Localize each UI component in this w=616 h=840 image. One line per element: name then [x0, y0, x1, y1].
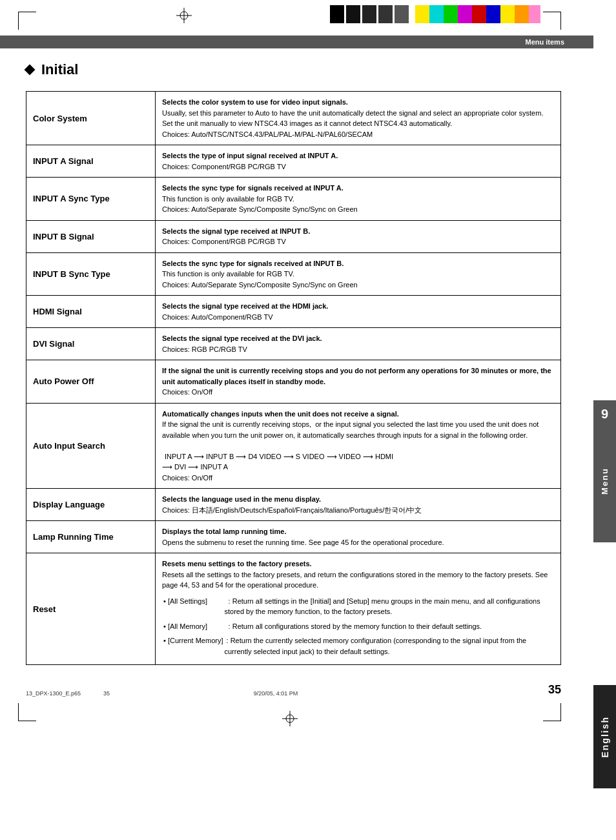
table-row: INPUT B Signal Selects the signal type r… — [26, 220, 561, 252]
color-bar-orange — [515, 5, 529, 23]
input-a-sync-desc: Selects the sync type for signals receiv… — [156, 178, 561, 221]
black-bar-1 — [330, 5, 344, 23]
footer-page-num-left: 35 — [103, 690, 110, 697]
color-bar-yellow2 — [500, 5, 515, 23]
black-bars — [330, 5, 409, 23]
chapter-number: 9 — [593, 407, 616, 422]
section-title: Initial — [41, 61, 78, 78]
color-bar-cyan — [429, 5, 444, 23]
bottom-crosshair-icon — [282, 711, 298, 726]
color-bar-green — [444, 5, 458, 23]
list-item: • [All Settings] : Return all settings i… — [163, 595, 553, 619]
input-b-signal-desc: Selects the signal type received at INPU… — [156, 220, 561, 252]
reset-bullets-table: • [All Settings] : Return all settings i… — [162, 593, 554, 660]
diamond-icon — [25, 65, 36, 76]
current-memory-desc: : Return the currently selected memory c… — [224, 634, 553, 658]
hdmi-signal-label: HDMI Signal — [26, 296, 156, 328]
table-row: Lamp Running Time Displays the total lam… — [26, 521, 561, 553]
dvi-signal-label: DVI Signal — [26, 328, 156, 360]
color-bar-magenta — [458, 5, 472, 23]
top-section — [0, 0, 593, 36]
page-number: 35 — [548, 683, 561, 697]
table-row: Auto Power Off If the signal the unit is… — [26, 360, 561, 404]
table-row: INPUT A Sync Type Selects the sync type … — [26, 178, 561, 221]
list-item: • [Current Memory] : Return the currentl… — [163, 634, 553, 658]
black-bar-4 — [378, 5, 393, 23]
table-row: Display Language Selects the language us… — [26, 489, 561, 521]
input-a-signal-label: INPUT A Signal — [26, 145, 156, 178]
bottom-center-crosshair — [282, 711, 298, 728]
display-language-label: Display Language — [26, 489, 156, 521]
chapter-tab: 9 Menu — [593, 400, 616, 542]
auto-input-search-label: Auto Input Search — [26, 403, 156, 489]
footer-date: 9/20/05, 4:01 PM — [254, 690, 298, 697]
menu-items-header: Menu items — [0, 36, 593, 48]
input-b-signal-label: INPUT B Signal — [26, 220, 156, 252]
menu-items-label: Menu items — [525, 38, 564, 46]
table-row: Reset Resets menu settings to the factor… — [26, 553, 561, 665]
all-memory-label: • [All Memory] — [163, 620, 223, 633]
lamp-running-time-label: Lamp Running Time — [26, 521, 156, 553]
top-right-registration-mark — [542, 5, 568, 31]
color-bar-yellow — [415, 5, 429, 23]
main-content: Initial Color System Selects the color s… — [0, 48, 593, 678]
color-bar-red — [472, 5, 486, 23]
input-a-signal-desc: Selects the type of input signal receive… — [156, 145, 561, 178]
lamp-running-time-desc: Displays the total lamp running time. Op… — [156, 521, 561, 553]
all-settings-desc: : Return all settings in the [Initial] a… — [224, 595, 553, 619]
top-center-marks — [176, 5, 192, 23]
reset-label: Reset — [26, 553, 156, 665]
hdmi-signal-desc: Selects the signal type received at the … — [156, 296, 561, 328]
auto-power-off-desc: If the signal the unit is currently rece… — [156, 360, 561, 404]
color-bar-blue — [486, 5, 500, 23]
input-b-sync-label: INPUT B Sync Type — [26, 252, 156, 296]
language-label: English — [600, 716, 610, 758]
list-item: • [All Memory] : Return all configuratio… — [163, 620, 553, 633]
bottom-section — [0, 702, 593, 733]
display-language-desc: Selects the language used in the menu di… — [156, 489, 561, 521]
dvi-signal-desc: Selects the signal type received at the … — [156, 328, 561, 360]
chapter-label: Menu — [600, 467, 610, 495]
language-tab: English — [593, 685, 616, 788]
current-memory-label: • [Current Memory] — [163, 634, 223, 658]
table-row: HDMI Signal Selects the signal type rece… — [26, 296, 561, 328]
table-row: INPUT B Sync Type Selects the sync type … — [26, 252, 561, 296]
black-bar-3 — [362, 5, 376, 23]
table-row: DVI Signal Selects the signal type recei… — [26, 328, 561, 360]
input-a-sync-label: INPUT A Sync Type — [26, 178, 156, 221]
menu-table: Color System Selects the color system to… — [26, 91, 561, 665]
bottom-right-registration-mark — [542, 702, 568, 728]
black-bar-5 — [395, 5, 409, 23]
color-bar-pink — [529, 5, 540, 23]
footer-left: 13_DPX-1300_E.p65 35 9/20/05, 4:01 PM — [26, 690, 298, 697]
auto-input-search-desc: Automatically changes inputs when the un… — [156, 403, 561, 489]
bottom-left-registration-mark — [12, 702, 37, 728]
top-left-registration-mark — [12, 5, 37, 31]
top-right-section — [330, 5, 568, 31]
reset-desc: Resets menu settings to the factory pres… — [156, 553, 561, 665]
input-b-sync-desc: Selects the sync type for signals receiv… — [156, 252, 561, 296]
color-bars — [415, 5, 540, 23]
section-heading: Initial — [26, 61, 561, 78]
arrow-sequence: INPUT A ⟶ INPUT B ⟶ D4 VIDEO ⟶ S VIDEO ⟶… — [162, 453, 393, 471]
auto-power-off-label: Auto Power Off — [26, 360, 156, 404]
table-row: Auto Input Search Automatically changes … — [26, 403, 561, 489]
black-bar-2 — [346, 5, 360, 23]
top-crosshair-icon — [176, 8, 192, 23]
table-row: INPUT A Signal Selects the type of input… — [26, 145, 561, 178]
color-system-label: Color System — [26, 92, 156, 145]
table-row: Color System Selects the color system to… — [26, 92, 561, 145]
footer: 13_DPX-1300_E.p65 35 9/20/05, 4:01 PM 35 — [0, 678, 593, 702]
footer-filename: 13_DPX-1300_E.p65 — [26, 690, 81, 697]
all-memory-desc: : Return all configurations stored by th… — [224, 620, 553, 633]
color-system-desc: Selects the color system to use for vide… — [156, 92, 561, 145]
all-settings-label: • [All Settings] — [163, 595, 223, 619]
